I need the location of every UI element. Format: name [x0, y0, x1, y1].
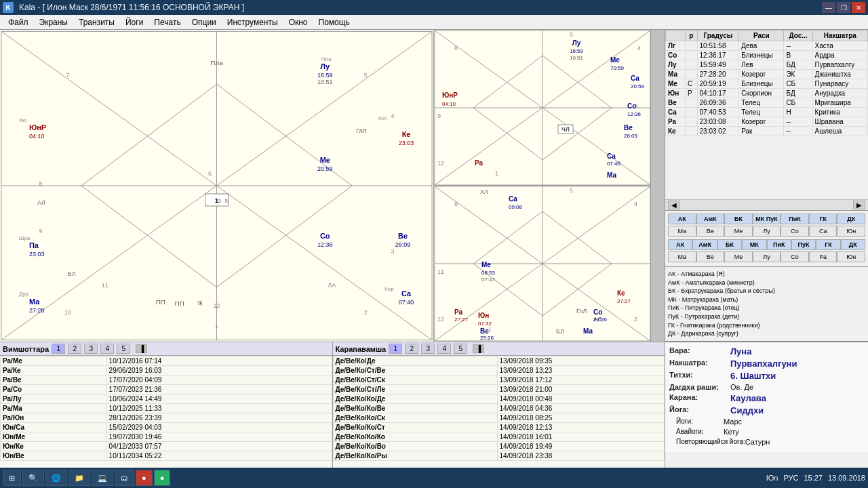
scroll-left-btn[interactable]: ◀ — [668, 201, 680, 209]
dasha1-tab-4[interactable]: 4 — [100, 344, 114, 354]
svg-text:12:36: 12:36 — [317, 241, 332, 248]
karaka2-h-pik[interactable]: ПиК — [767, 239, 791, 250]
svg-text:АЛ: АЛ — [37, 199, 45, 206]
vimshottara-list[interactable]: Ра/Ме10/12/2016 07:14Ра/Ке29/06/2019 16:… — [0, 356, 332, 468]
planet-cell: Анурадха — [812, 89, 867, 98]
dasha1-tab-2[interactable]: 2 — [68, 344, 81, 354]
menu-transits[interactable]: Транзиты — [73, 16, 120, 28]
svg-text:6: 6 — [208, 170, 212, 177]
karaka2-h-mk[interactable]: МК — [742, 239, 766, 250]
karaka2-h-puk[interactable]: ПуК — [791, 239, 816, 250]
svg-text:23:03: 23:03 — [29, 251, 44, 258]
planet-cell: Ардра — [812, 51, 867, 60]
karaka-v-sa[interactable]: Са — [809, 226, 837, 237]
karaka2-v-ra[interactable]: Ра — [809, 251, 837, 262]
svg-text:9: 9 — [437, 113, 441, 119]
start-button[interactable]: ⊞ — [3, 470, 21, 486]
svg-text:Юн: Юн — [478, 312, 489, 319]
menu-window[interactable]: Окно — [283, 16, 313, 28]
karaka2-v-me[interactable]: Ме — [724, 251, 753, 262]
dasha2-tab-5[interactable]: 5 — [454, 344, 467, 354]
explorer-button[interactable]: 📁 — [68, 470, 90, 486]
karapanamsha-cell: Де/Ве/Ко/Ст/Ве — [333, 366, 497, 375]
karaka-v-lu[interactable]: Лу — [753, 226, 781, 237]
svg-text:12: 12 — [214, 302, 220, 309]
karaka-h-pik[interactable]: ПиК — [781, 214, 809, 224]
karaka-h-bk[interactable]: БК — [724, 214, 753, 224]
close-button[interactable]: ✕ — [852, 2, 865, 13]
karaka-v-so[interactable]: Со — [781, 226, 809, 237]
dasha2-scroll-indicator[interactable]: ▐ — [473, 344, 484, 353]
karaka2-v-ve[interactable]: Ве — [696, 251, 725, 262]
karaka2-h-ak[interactable]: АК — [668, 239, 692, 250]
karapanamsha-cell: 13/09/2018 21:00 — [497, 385, 664, 394]
legend-section: АК - Атмакарака (Я) АмК - Аматьякарака (… — [665, 266, 868, 341]
menu-screens[interactable]: Экраны — [34, 16, 73, 28]
karaka-h-ak[interactable]: АК — [668, 214, 696, 224]
svg-text:1: 1 — [495, 170, 498, 177]
karaka-v-ve[interactable]: Ве — [696, 226, 725, 237]
karaka2-h-amk[interactable]: АмК — [692, 239, 717, 250]
dasha2-tab-4[interactable]: 4 — [437, 344, 451, 354]
legend-dk: ДК - Дарикарака (супруг) — [668, 329, 865, 338]
planet-cell: Близнецы — [739, 79, 784, 89]
main-rasi-chart[interactable]: Пла 7 5 8 4 3 9 10 2 1 12 11 ЛА — [0, 30, 434, 342]
menu-tools[interactable]: Инструменты — [222, 16, 283, 28]
navamsha-chart[interactable]: Ке 23:03 Ме 70:59 Са 20:59 Лу 16:59 10:5… — [434, 30, 650, 186]
karapanamsha-list[interactable]: Де/Ве/Ко/Де13/09/2018 09:35Де/Ве/Ко/Ст/В… — [333, 356, 665, 468]
vimshottara-container: Вимшоттара 1 2 3 4 5 ▐ Ра/Ме10/12/2016 0… — [0, 342, 333, 468]
browser-button[interactable]: 🌐 — [45, 470, 67, 486]
dasha1-tab-1[interactable]: 1 — [52, 344, 65, 354]
svg-text:Пла: Пла — [321, 56, 332, 62]
planet-cell: 07:40:53 — [697, 108, 739, 117]
taskbar-date: 13.09.2018 — [828, 474, 865, 482]
search-button[interactable]: 🔍 — [22, 470, 44, 486]
computer-button[interactable]: 💻 — [92, 470, 113, 486]
karaka2-v-ma[interactable]: Ма — [668, 251, 696, 262]
planet-cell: 12:36:17 — [697, 51, 739, 60]
karaka2-h-bk[interactable]: БК — [717, 239, 742, 250]
karaka-h-dk[interactable]: ДК — [837, 214, 865, 224]
planet-cell: Близнецы — [739, 51, 784, 60]
karaka2-h-gk[interactable]: ГК — [816, 239, 840, 250]
svg-text:ЛА: ЛА — [328, 282, 336, 289]
dasha-cell: 10/11/2034 05:22 — [106, 451, 332, 461]
menu-yogas[interactable]: Йоги — [120, 16, 149, 28]
maximize-button[interactable]: ❐ — [837, 2, 850, 13]
menu-file[interactable]: Файл — [3, 16, 34, 28]
scroll-right-btn[interactable]: ▶ — [853, 201, 865, 209]
dasha2-tab-2[interactable]: 2 — [405, 344, 418, 354]
menu-options[interactable]: Опции — [186, 16, 222, 28]
svg-text:5: 5 — [570, 187, 573, 194]
karaka-h-mkpuk[interactable]: МК ПуК — [753, 214, 781, 224]
dasha1-tab-5[interactable]: 5 — [117, 344, 130, 354]
calendar-button[interactable]: 🗂 — [115, 470, 134, 486]
karaka2-v-lu[interactable]: Лу — [753, 251, 781, 262]
menu-help[interactable]: Помощь — [313, 16, 355, 28]
app2-button[interactable]: ● — [154, 470, 171, 486]
dasha1-tab-3[interactable]: 3 — [84, 344, 98, 354]
karakas-row2-headers: АК АмК БК МК ПиК ПуК ГК ДК — [668, 239, 865, 250]
karapanamsha-cell: 14/09/2018 12:13 — [497, 423, 664, 432]
svg-text:5: 5 — [570, 31, 573, 38]
planet-cell: Ра — [666, 117, 686, 127]
karaka-v-ma[interactable]: Ма — [668, 226, 696, 237]
karaka-v-yun[interactable]: Юн — [837, 226, 865, 237]
title-bar: K Kala - [ Илон Маск 28/6/1971 11:56:16 … — [0, 0, 868, 15]
dasha2-tab-1[interactable]: 1 — [389, 344, 402, 354]
menu-print[interactable]: Печать — [149, 16, 186, 28]
third-chart[interactable]: 6 5 4 2 1 12 11 ХЛ Са 09:08 — [434, 186, 650, 342]
planet-cell: -- — [784, 117, 812, 127]
taskbar-ion: IOn — [766, 474, 778, 482]
karaka2-v-so[interactable]: Со — [781, 251, 809, 262]
karaka2-h-dk[interactable]: ДК — [841, 239, 865, 250]
karaka-h-gk[interactable]: ГК — [809, 214, 837, 224]
app1-button[interactable]: ● — [136, 470, 153, 486]
karaka-h-amk[interactable]: АмК — [696, 214, 725, 224]
planets-table-container[interactable]: р Градусы Раси Дос... Накшатра Лг10:51:5… — [665, 30, 868, 199]
karaka2-v-yun[interactable]: Юн — [837, 251, 865, 262]
dasha1-scroll-indicator[interactable]: ▐ — [136, 344, 147, 353]
dasha2-tab-3[interactable]: 3 — [421, 344, 435, 354]
minimize-button[interactable]: — — [822, 2, 835, 13]
karaka-v-me[interactable]: Ме — [724, 226, 753, 237]
